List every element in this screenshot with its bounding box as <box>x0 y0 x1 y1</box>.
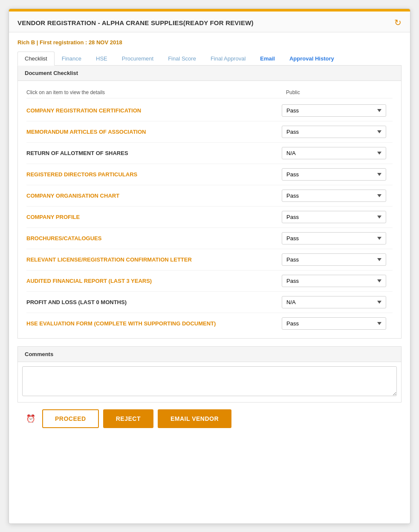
checklist-item-name[interactable]: HSE EVALUATION FORM (complete with suppo… <box>26 320 216 327</box>
checklist-select-wrap: PassFailN/A <box>282 104 393 117</box>
checklist-select-wrap: PassFailN/A <box>282 147 393 159</box>
checklist-select-wrap: PassFailN/A <box>282 253 393 266</box>
checklist-select-8[interactable]: PassFailN/A <box>282 275 386 287</box>
content-box: Document Checklist Click on an item to v… <box>17 66 402 339</box>
checklist-item-name[interactable]: PROFIT AND LOSS (LAST 0 MONTHS) <box>26 299 127 305</box>
proceed-button[interactable]: PROCEED <box>42 409 99 428</box>
comments-textarea[interactable] <box>22 366 397 396</box>
section-header: Document Checklist <box>18 66 401 81</box>
checklist-select-6[interactable]: PassFailN/A <box>282 232 386 244</box>
checklist-item-name[interactable]: COMPANY PROFILE <box>26 214 80 220</box>
tabs-container: Checklist Finance HSE Procurement Final … <box>17 52 402 66</box>
checklist-select-wrap: PassFailN/A <box>282 317 393 330</box>
checklist-item: RELEVANT LICENSE/REGISTRATION CONFIRMATI… <box>26 249 393 270</box>
checklist-item: RETURN OF ALLOTMENT OF SHARES PassFailN/… <box>26 143 393 164</box>
checklist-item-name[interactable]: REGISTERED DIRECTORS PARTICULARS <box>26 171 137 178</box>
modal-title: VENDOR REGISTRATION - ALPHA CRANE SUPPLI… <box>17 19 254 26</box>
checklist-select-wrap: PassFailN/A <box>282 190 393 202</box>
checklist-item-name[interactable]: BROCHURES/CATALOGUES <box>26 235 101 242</box>
checklist-select-wrap: PassFailN/A <box>282 168 393 181</box>
checklist-item-name[interactable]: MEMORANDUM ARTICLES OF ASSOCIATION <box>26 129 146 135</box>
clock-icon: ⏰ <box>26 414 35 423</box>
checklist-select-5[interactable]: PassFailN/A <box>282 211 386 223</box>
modal-header: VENDOR REGISTRATION - ALPHA CRANE SUPPLI… <box>9 12 410 32</box>
registration-info: Rich B | First registration : 28 NOV 201… <box>17 39 402 46</box>
reject-button[interactable]: REJECT <box>103 409 153 428</box>
checklist-select-wrap: PassFailN/A <box>282 232 393 244</box>
comments-body <box>17 362 402 403</box>
tab-approval-history[interactable]: Approval History <box>282 52 341 66</box>
tab-final-score[interactable]: Final Score <box>161 52 203 66</box>
tab-procurement[interactable]: Procurement <box>115 52 161 66</box>
checklist-item-name[interactable]: RELEVANT LICENSE/REGISTRATION CONFIRMATI… <box>26 256 192 263</box>
tab-finance[interactable]: Finance <box>55 52 89 66</box>
comments-header: Comments <box>17 346 402 362</box>
checklist-item-name[interactable]: COMPANY ORGANISATION CHART <box>26 193 119 199</box>
tab-checklist[interactable]: Checklist <box>17 52 55 66</box>
checklist-item: COMPANY PROFILE PassFailN/A <box>26 207 393 228</box>
checklist-container: Click on an item to view the details Pub… <box>18 81 401 338</box>
checklist-item: REGISTERED DIRECTORS PARTICULARS PassFai… <box>26 164 393 185</box>
checklist-select-wrap: PassFailN/A <box>282 275 393 287</box>
checklist-item: COMPANY ORGANISATION CHART PassFailN/A <box>26 185 393 207</box>
checklist-select-4[interactable]: PassFailN/A <box>282 190 386 202</box>
checklist-hint-row: Click on an item to view the details Pub… <box>26 85 393 98</box>
checklist-item: AUDITED FINANCIAL REPORT (LAST 3 YEARS) … <box>26 270 393 292</box>
checklist-select-wrap: PassFailN/A <box>282 126 393 138</box>
checklist-select-7[interactable]: PassFailN/A <box>282 253 386 266</box>
checklist-select-wrap: PassFailN/A <box>282 211 393 223</box>
checklist-select-0[interactable]: PassFailN/A <box>282 104 386 117</box>
public-label: Public <box>282 89 393 95</box>
checklist-select-9[interactable]: PassFailN/A <box>282 296 386 308</box>
tab-hse[interactable]: HSE <box>89 52 115 66</box>
checklist-select-10[interactable]: PassFailN/A <box>282 317 386 330</box>
checklist-item: HSE EVALUATION FORM (complete with suppo… <box>26 313 393 334</box>
checklist-item-name[interactable]: AUDITED FINANCIAL REPORT (LAST 3 YEARS) <box>26 278 152 284</box>
footer-area: ⏰ PROCEED REJECT EMAIL VENDOR <box>17 403 402 437</box>
modal-body: Rich B | First registration : 28 NOV 201… <box>9 32 410 443</box>
checklist-hint: Click on an item to view the details <box>26 89 105 95</box>
checklist-item: PROFIT AND LOSS (LAST 0 MONTHS) PassFail… <box>26 292 393 313</box>
checklist-item-name[interactable]: COMPANY REGISTRATION CERTIFICATION <box>26 107 141 114</box>
checklist-select-wrap: PassFailN/A <box>282 296 393 308</box>
refresh-icon[interactable]: ↻ <box>394 17 402 28</box>
checklist-select-2[interactable]: PassFailN/A <box>282 147 386 159</box>
checklist-select-1[interactable]: PassFailN/A <box>282 126 386 138</box>
checklist-item: BROCHURES/CATALOGUES PassFailN/A <box>26 228 393 249</box>
tab-final-approval[interactable]: Final Approval <box>203 52 253 66</box>
checklist-item: MEMORANDUM ARTICLES OF ASSOCIATION PassF… <box>26 121 393 143</box>
vendor-registration-modal: VENDOR REGISTRATION - ALPHA CRANE SUPPLI… <box>9 9 410 524</box>
checklist-item-name[interactable]: RETURN OF ALLOTMENT OF SHARES <box>26 150 128 156</box>
checklist-select-3[interactable]: PassFailN/A <box>282 168 386 181</box>
comments-section: Comments <box>17 346 402 403</box>
tab-email[interactable]: Email <box>253 52 282 66</box>
checklist-item: COMPANY REGISTRATION CERTIFICATION PassF… <box>26 100 393 121</box>
email-vendor-button[interactable]: EMAIL VENDOR <box>158 409 231 428</box>
